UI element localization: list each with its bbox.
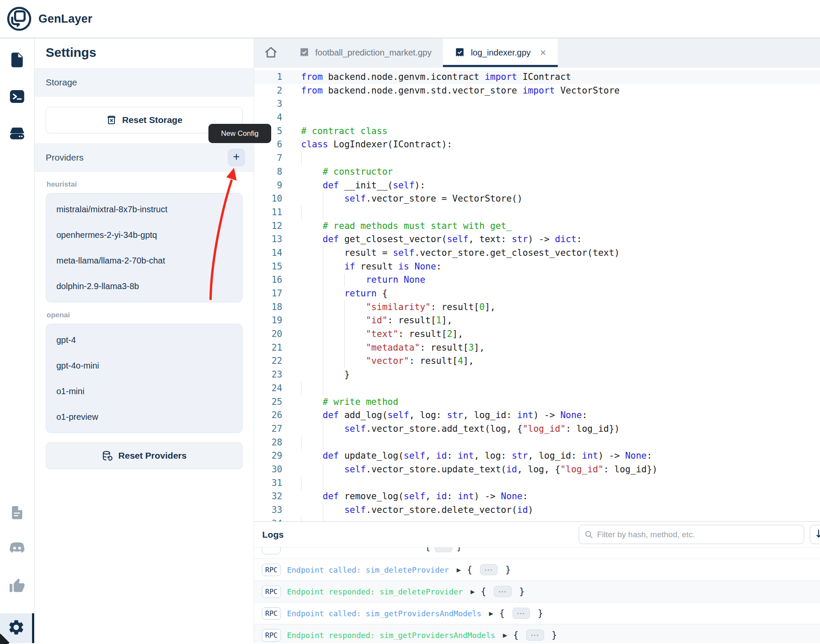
model-item[interactable]: meta-llama/llama-2-70b-chat [46,248,242,273]
line-number: 16 [254,273,282,287]
code-line: 21 "metadata": result[3], [254,341,820,355]
reset-storage-label: Reset Storage [122,115,182,125]
code-line: 31 [254,477,820,490]
discord-icon [8,542,26,558]
code-line: 19 "id": result[1], [254,314,820,328]
code-line: 29 def update_log(self, id: int, log: st… [254,449,820,463]
line-number: 14 [254,246,282,260]
code-line-text: def update_log(self, id: int, log: str, … [301,449,652,463]
provider-group-label-openai: openai [47,311,242,319]
log-message: Endpoint called: sim_deleteProvider [287,565,449,574]
brace-close: } [538,608,543,618]
terminal-nav-button[interactable] [7,87,27,107]
provider-group-label-heuristai: heuristai [47,180,242,189]
logs-header: Logs [254,522,820,547]
line-number: 23 [254,368,282,382]
logs-filter-input[interactable] [597,530,799,539]
brand-name: GenLayer [38,12,92,26]
code-editor[interactable]: 1from backend.node.genvm.icontract impor… [254,67,820,521]
code-line: 30 self.vector_store.update_text(id, log… [254,463,820,477]
expand-ellipsis-pill[interactable]: ... [480,564,498,575]
line-number: 32 [254,490,282,503]
tab-football-prediction-market[interactable]: football_prediction_market.gpy [287,38,443,67]
line-number: 25 [254,395,282,409]
file-icon [9,51,26,70]
app-header: GenLayer [0,0,820,38]
model-item[interactable]: gpt-4o-mini [46,353,242,378]
model-item[interactable]: dolphin-2.9-llama3-8b [46,273,242,299]
code-line: 25 # write method [254,395,820,409]
code-line: 28 [254,436,820,450]
log-row[interactable]: RPCEndpoint responded: sim_getProvidersA… [254,624,820,643]
provider-group-card-openai: gpt-4gpt-4o-minio1-minio1-preview [46,324,243,433]
code-line: 13 def get_closest_vector(self, text: st… [254,233,820,246]
code-line-text: "vector": result[4], [301,354,474,368]
log-row[interactable]: RPCEndpoint called: sim_deleteProvider▶{… [254,559,820,581]
storage-section-label: Storage [46,77,77,88]
brace-open: { [481,586,486,597]
expand-ellipsis-pill[interactable]: ... [435,547,452,552]
provider-groups: heuristaimistralai/mixtral-8x7b-instruct… [35,180,254,433]
log-message: Endpoint called: sim_getProvidersAndMode… [287,609,481,618]
code-line: 4 [254,111,820,125]
files-nav-button[interactable] [7,50,27,70]
line-number: 19 [254,314,282,328]
code-line-text: class LogIndexer(IContract): [301,138,452,152]
code-line: 11 [254,206,820,220]
line-number: 11 [254,206,282,220]
home-button[interactable] [254,38,287,67]
expand-triangle-icon[interactable]: ▶ [457,567,461,573]
brace-close: } [505,565,511,575]
storage-nav-button[interactable] [7,124,27,143]
code-line: 1from backend.node.genvm.icontract impor… [254,70,820,84]
close-tab-icon[interactable]: ✕ [540,48,547,58]
sort-logs-button[interactable] [810,525,820,544]
code-line: 24 [254,382,820,395]
line-number: 27 [254,422,282,436]
code-line: 2from backend.node.genvm.std.vector_stor… [254,84,820,98]
reset-providers-label: Reset Providers [118,451,187,461]
reset-providers-button[interactable]: Reset Providers [46,442,243,469]
tab-bar: football_prediction_market.gpy log_index… [254,38,820,67]
add-provider-button[interactable]: + [228,149,245,167]
tab-log-indexer[interactable]: log_indexer.gpy ✕ [443,38,558,67]
expand-triangle-icon[interactable]: ▶ [489,610,493,617]
model-item[interactable]: openhermes-2-yi-34b-gptq [46,222,242,248]
brace-open: { [425,547,430,552]
code-line-text: self.vector_store.update_text(id, log, {… [301,463,658,477]
log-row[interactable]: RPCEndpoint responded: sim_deleteProvide… [254,581,820,603]
model-item[interactable]: gpt-4 [46,327,242,353]
model-item[interactable]: o1-mini [46,378,242,404]
rpc-badge: RPC [262,607,281,620]
code-line: 20 "text": result[2], [254,328,820,341]
storage-section-header: Storage [35,68,254,97]
code-line: 27 self.vector_store.add_text(log, {"log… [254,422,820,436]
thumbs-up-icon [9,578,25,595]
expand-triangle-icon[interactable]: ▶ [471,588,475,595]
model-item[interactable]: o1-preview [46,404,242,430]
line-number: 22 [254,354,282,368]
feedback-nav-button[interactable] [7,577,27,596]
code-line: 34 [254,517,820,521]
rpc-badge: RPC [262,564,281,576]
log-message: Endpoint responded: sim_deleteProvider [287,587,463,596]
logs-panel: Logs [254,521,820,643]
line-number: 2 [254,84,282,98]
search-icon [584,530,593,539]
model-item[interactable]: mistralai/mixtral-8x7b-instruct [46,196,242,222]
discord-nav-button[interactable] [7,540,27,559]
code-line-text: if result is None: [301,260,442,274]
logs-filter [579,525,804,544]
line-number: 20 [254,328,282,341]
docs-nav-button[interactable] [7,503,27,523]
expand-ellipsis-pill[interactable]: ... [512,608,530,619]
expand-ellipsis-pill[interactable]: ... [526,629,544,641]
line-number: 17 [254,287,282,301]
code-line: 5# contract class [254,125,820,138]
log-row[interactable]: RPCEndpoint called: sim_getProvidersAndM… [254,603,820,624]
home-icon [264,46,278,60]
expand-triangle-icon[interactable]: ▶ [503,632,507,638]
line-number: 28 [254,436,282,450]
expand-ellipsis-pill[interactable]: ... [494,586,511,597]
code-line-text: } [301,368,350,382]
